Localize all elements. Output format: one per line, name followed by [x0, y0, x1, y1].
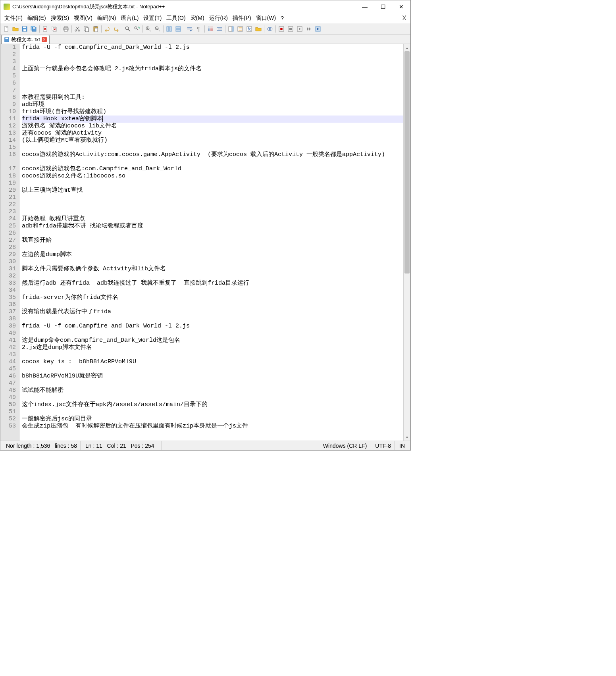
tb-monitor[interactable]	[266, 25, 274, 33]
editor[interactable]: 1234567891011121314151617181920212223242…	[0, 44, 403, 441]
tb-zoom-out[interactable]	[153, 25, 162, 33]
tb-cut[interactable]	[73, 25, 82, 33]
tb-print[interactable]	[62, 25, 70, 33]
zoom-out-icon	[154, 26, 161, 32]
tb-find[interactable]	[123, 25, 132, 33]
minimize-button[interactable]: —	[356, 0, 374, 13]
tb-doc-map[interactable]	[227, 25, 235, 33]
tb-save[interactable]	[20, 25, 29, 33]
editor-area: 1234567891011121314151617181920212223242…	[0, 44, 410, 441]
toolbar: ¶ fx	[0, 23, 410, 35]
save-icon	[21, 26, 28, 32]
tb-doc-list[interactable]	[236, 25, 244, 33]
tb-replace[interactable]	[133, 25, 141, 33]
app-window: C:\Users\ludongling\Desktop\frida脱壳jsc\教…	[0, 0, 411, 451]
menu-file[interactable]: 文件(F)	[2, 14, 25, 23]
tb-func-list[interactable]: fx	[245, 25, 254, 33]
tb-indent-guide[interactable]	[206, 25, 215, 33]
toolbar-separator	[163, 25, 164, 33]
folder-icon	[255, 26, 262, 32]
menu-help[interactable]: ?	[278, 14, 286, 22]
svg-rect-16	[85, 28, 89, 32]
tb-wordwrap[interactable]	[185, 25, 194, 33]
play-icon	[296, 26, 303, 32]
toolbar-separator	[60, 25, 60, 33]
menu-macro[interactable]: 宏(M)	[188, 14, 207, 23]
svg-rect-12	[64, 29, 67, 31]
close-button[interactable]: ✕	[392, 0, 410, 13]
tb-copy[interactable]	[82, 25, 91, 33]
tb-save-all[interactable]	[29, 25, 38, 33]
toolbar-separator	[71, 25, 72, 33]
svg-point-37	[280, 28, 283, 30]
tb-lang[interactable]	[215, 25, 224, 33]
tb-redo[interactable]	[112, 25, 121, 33]
tb-sync-h[interactable]	[174, 25, 183, 33]
tb-close[interactable]	[41, 25, 50, 33]
scroll-down-arrow[interactable]: ▾	[404, 433, 410, 441]
close-icon: ✕	[399, 4, 404, 10]
tb-allchars[interactable]: ¶	[194, 25, 203, 33]
svg-rect-43	[6, 37, 8, 39]
menu-search[interactable]: 搜索(S)	[48, 14, 72, 23]
undo-icon	[104, 26, 110, 32]
menu-encoding[interactable]: 编码(N)	[95, 14, 118, 23]
menu-edit[interactable]: 编辑(E)	[25, 14, 48, 23]
menu-language[interactable]: 语言(L)	[118, 14, 141, 23]
eye-icon	[267, 26, 273, 32]
tb-new[interactable]	[2, 25, 11, 33]
maximize-button[interactable]: ☐	[374, 0, 392, 13]
toolbar-separator	[39, 25, 40, 33]
tb-close-all[interactable]	[50, 25, 59, 33]
titlebar[interactable]: C:\Users\ludongling\Desktop\frida脱壳jsc\教…	[0, 0, 410, 13]
svg-rect-24	[167, 27, 169, 31]
status-insert-mode[interactable]: IN	[396, 441, 408, 450]
status-length: Nor length : 1,536 lines : 58	[3, 441, 81, 450]
vertical-scrollbar[interactable]: ▴ ▾	[403, 44, 410, 441]
tb-open[interactable]	[11, 25, 20, 33]
open-folder-icon	[12, 26, 19, 32]
menu-window[interactable]: 窗口(W)	[254, 14, 279, 23]
tb-play-multi[interactable]	[304, 25, 313, 33]
status-eol[interactable]: Windows (CR LF)	[320, 441, 370, 450]
print-icon	[63, 26, 69, 32]
tb-record[interactable]	[277, 25, 286, 33]
toolbar-separator	[142, 25, 143, 33]
tb-folder[interactable]	[254, 25, 263, 33]
menubar: 文件(F) 编辑(E) 搜索(S) 视图(V) 编码(N) 语言(L) 设置(T…	[0, 13, 410, 23]
tb-stop[interactable]	[286, 25, 295, 33]
toolbar-separator	[184, 25, 184, 33]
svg-rect-26	[176, 27, 181, 29]
window-controls: — ☐ ✕	[356, 0, 410, 13]
scroll-thumb[interactable]	[404, 51, 410, 273]
toolbar-separator	[101, 25, 102, 33]
tb-sync-v[interactable]	[165, 25, 173, 33]
tab-label: 教程文本. txt	[11, 36, 40, 43]
tb-save-macro[interactable]	[314, 25, 322, 33]
tb-play[interactable]	[295, 25, 304, 33]
toolbar-separator	[225, 25, 225, 33]
minimize-icon: —	[362, 4, 368, 10]
zoom-in-icon	[145, 26, 152, 32]
cut-icon	[74, 26, 81, 32]
toolbar-separator	[275, 25, 276, 33]
menu-tools[interactable]: 工具(O)	[164, 14, 188, 23]
tab-file[interactable]: 教程文本. txt ✕	[1, 35, 50, 44]
menu-view[interactable]: 视图(V)	[71, 14, 95, 23]
code-content[interactable]: frida -U -f com.Campfire_and_Dark_World …	[19, 44, 403, 441]
svg-rect-25	[169, 27, 171, 31]
toolbar-separator	[264, 25, 264, 33]
menu-plugins[interactable]: 插件(P)	[230, 14, 254, 23]
menubar-close-x[interactable]: X	[400, 15, 409, 22]
scroll-up-arrow[interactable]: ▴	[404, 44, 410, 51]
menu-run[interactable]: 运行(R)	[207, 14, 230, 23]
stop-icon	[287, 26, 294, 32]
tab-close-button[interactable]: ✕	[42, 37, 47, 42]
sync-v-icon	[166, 26, 172, 32]
tb-paste[interactable]	[91, 25, 100, 33]
tb-zoom-in[interactable]	[144, 25, 153, 33]
menu-settings[interactable]: 设置(T)	[141, 14, 164, 23]
tb-undo[interactable]	[103, 25, 112, 33]
status-encoding[interactable]: UTF-8	[372, 441, 395, 450]
play-multi-icon	[306, 26, 312, 32]
